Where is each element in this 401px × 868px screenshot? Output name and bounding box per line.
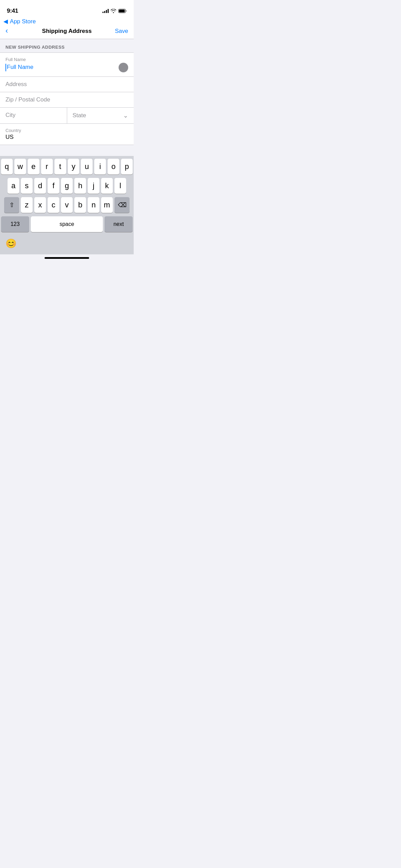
key-t[interactable]: t bbox=[54, 159, 66, 174]
status-time: 9:41 bbox=[7, 8, 18, 14]
back-chevron-small: ◀ bbox=[3, 18, 8, 25]
key-p[interactable]: p bbox=[121, 159, 133, 174]
key-z[interactable]: z bbox=[21, 197, 33, 213]
back-chevron-icon: ‹ bbox=[5, 27, 8, 35]
svg-rect-1 bbox=[119, 10, 125, 12]
home-indicator bbox=[45, 257, 89, 259]
delete-key[interactable]: ⌫ bbox=[114, 197, 130, 213]
key-s[interactable]: s bbox=[21, 178, 33, 194]
key-m[interactable]: m bbox=[101, 197, 113, 213]
key-o[interactable]: o bbox=[108, 159, 119, 174]
key-k[interactable]: k bbox=[101, 178, 113, 194]
keyboard-row-1: q w e r t y u i o p bbox=[1, 159, 133, 174]
key-q[interactable]: q bbox=[1, 159, 13, 174]
key-v[interactable]: v bbox=[61, 197, 73, 213]
key-n[interactable]: n bbox=[88, 197, 99, 213]
numbers-key[interactable]: 123 bbox=[1, 216, 29, 232]
key-i[interactable]: i bbox=[94, 159, 106, 174]
key-b[interactable]: b bbox=[74, 197, 86, 213]
state-dropdown[interactable]: State bbox=[73, 112, 123, 119]
bottom-area: 😊 bbox=[0, 237, 134, 254]
page-title: Shipping Address bbox=[42, 28, 92, 35]
key-d[interactable]: d bbox=[34, 178, 46, 194]
country-label: Country bbox=[5, 128, 128, 133]
text-cursor bbox=[5, 64, 6, 71]
key-l[interactable]: l bbox=[114, 178, 126, 194]
key-e[interactable]: e bbox=[28, 159, 39, 174]
next-key[interactable]: next bbox=[105, 216, 133, 232]
address-row[interactable]: Address bbox=[0, 77, 134, 92]
key-r[interactable]: r bbox=[41, 159, 53, 174]
city-input[interactable]: City bbox=[5, 112, 15, 118]
keyboard-row-2: a s d f g h j k l bbox=[1, 178, 133, 194]
full-name-input-row: Full Name bbox=[5, 63, 128, 72]
full-name-row: Full Name Full Name bbox=[0, 53, 134, 77]
app-store-back-label: App Store bbox=[10, 18, 36, 25]
city-col[interactable]: City bbox=[0, 108, 67, 123]
save-button[interactable]: Save bbox=[115, 28, 128, 35]
key-u[interactable]: u bbox=[81, 159, 93, 174]
status-bar: 9:41 bbox=[0, 0, 134, 17]
chevron-down-icon: ⌄ bbox=[123, 112, 128, 119]
key-h[interactable]: h bbox=[74, 178, 86, 194]
key-y[interactable]: y bbox=[68, 159, 80, 174]
shift-key[interactable]: ⇧ bbox=[4, 197, 19, 213]
back-button[interactable]: ‹ bbox=[5, 28, 8, 35]
battery-icon bbox=[118, 9, 127, 13]
full-name-input[interactable]: Full Name bbox=[7, 64, 33, 70]
address-input[interactable]: Address bbox=[5, 81, 27, 87]
state-col[interactable]: State ⌄ bbox=[67, 108, 134, 123]
signal-icon bbox=[102, 9, 109, 13]
section-header: NEW SHIPPING ADDRESS bbox=[0, 39, 134, 52]
country-value: US bbox=[5, 134, 128, 141]
space-key[interactable]: space bbox=[31, 216, 103, 232]
key-a[interactable]: a bbox=[8, 178, 19, 194]
key-j[interactable]: j bbox=[88, 178, 99, 194]
app-store-back-link[interactable]: ◀ App Store bbox=[3, 18, 36, 25]
keyboard-row-3: ⇧ z x c v b n m ⌫ bbox=[1, 197, 133, 213]
wifi-icon bbox=[111, 9, 116, 13]
key-w[interactable]: w bbox=[14, 159, 26, 174]
city-state-row: City State ⌄ bbox=[0, 108, 134, 124]
form-spacer bbox=[0, 145, 134, 156]
key-g[interactable]: g bbox=[61, 178, 73, 194]
nav-bar: ‹ Shipping Address Save bbox=[0, 25, 134, 39]
country-row: Country US bbox=[0, 124, 134, 145]
full-name-input-wrap: Full Name bbox=[5, 64, 116, 71]
key-x[interactable]: x bbox=[34, 197, 46, 213]
emoji-button[interactable]: 😊 bbox=[5, 238, 16, 249]
key-c[interactable]: c bbox=[48, 197, 59, 213]
form-section: Full Name Full Name Address Zip / Postal… bbox=[0, 52, 134, 145]
zip-input[interactable]: Zip / Postal Code bbox=[5, 96, 50, 103]
full-name-label: Full Name bbox=[5, 57, 128, 62]
zip-row[interactable]: Zip / Postal Code bbox=[0, 92, 134, 108]
mic-button[interactable] bbox=[119, 63, 128, 72]
key-f[interactable]: f bbox=[48, 178, 59, 194]
keyboard-row-4: 123 space next bbox=[1, 216, 133, 232]
keyboard: q w e r t y u i o p a s d f g h j k l ⇧ … bbox=[0, 156, 134, 237]
status-icons bbox=[102, 9, 127, 13]
